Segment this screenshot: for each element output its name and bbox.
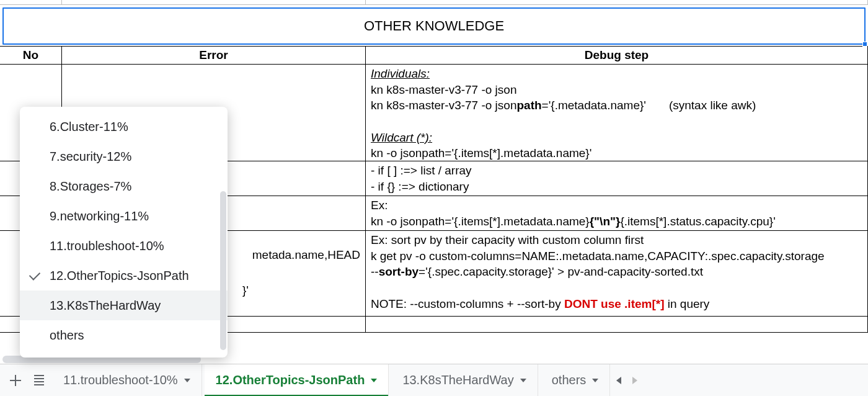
chevron-down-icon bbox=[371, 379, 377, 382]
cell-text: ='{.metadata.name}' bbox=[542, 99, 646, 112]
cell-text: - if {} :=> dictionary bbox=[371, 180, 469, 193]
sheet-tab-bar: 11.troubleshoot-10% 12.OtherTopics-JsonP… bbox=[0, 364, 868, 396]
popup-item[interactable]: 12.OtherTopics-JsonPath bbox=[20, 261, 228, 290]
chevron-down-icon bbox=[520, 379, 526, 382]
cell-text: Wildcart (*): bbox=[371, 131, 432, 144]
tab-scroll-right-icon[interactable] bbox=[632, 377, 637, 384]
sheet-tab[interactable]: others bbox=[541, 364, 611, 397]
cell-text: metada.name,HEAD bbox=[252, 247, 360, 263]
popup-item[interactable]: 6.Cluster-11% bbox=[20, 112, 228, 142]
tab-scroll-left-icon[interactable] bbox=[616, 377, 621, 384]
chevron-down-icon bbox=[592, 379, 598, 382]
cell-text: ='{.spec.capacity.storage}' > pv-and-cap… bbox=[418, 265, 703, 278]
cell-text: }' bbox=[242, 282, 360, 299]
tab-label: 13.K8sTheHardWay bbox=[402, 373, 513, 387]
cell-text: kn k8s-master-v3-77 -o json bbox=[371, 83, 516, 96]
cell-text: -- bbox=[371, 265, 379, 278]
popup-item[interactable]: 8.Storages-7% bbox=[20, 171, 228, 201]
popup-scrollbar[interactable] bbox=[220, 191, 226, 350]
cell-text: k get pv -o custom-columns=NAME:.metadat… bbox=[371, 250, 825, 263]
selected-cell-text: OTHER KNOWLEDGE bbox=[364, 18, 504, 34]
popup-item[interactable]: 7.security-12% bbox=[20, 142, 228, 171]
column-header-row: No Error Debug step bbox=[0, 46, 868, 65]
popup-item[interactable]: 13.K8sTheHardWay bbox=[20, 290, 228, 320]
sheet-tab[interactable]: 11.troubleshoot-10% bbox=[52, 364, 202, 397]
cell-text: path bbox=[516, 99, 541, 112]
add-sheet-button[interactable] bbox=[5, 370, 26, 391]
all-sheets-button[interactable] bbox=[29, 370, 50, 391]
cell-text: kn k8s-master-v3-77 -o json bbox=[371, 99, 516, 112]
cell-text: sort-by bbox=[379, 265, 418, 278]
cell-text: - if [ ] :=> list / array bbox=[371, 164, 472, 177]
tab-label: 11.troubleshoot-10% bbox=[63, 373, 178, 387]
all-sheets-popup: 6.Cluster-11% 7.security-12% 8.Storages-… bbox=[20, 107, 228, 358]
cell-text: in query bbox=[665, 297, 710, 310]
tab-nav-arrows bbox=[613, 377, 637, 384]
sheet-tab-active[interactable]: 12.OtherTopics-JsonPath bbox=[205, 364, 389, 397]
hamburger-icon bbox=[34, 375, 44, 385]
cell-text: kn -o jsonpath='{.items[*].metadata.name… bbox=[371, 215, 776, 228]
row-above-selection bbox=[0, 0, 868, 5]
popup-item[interactable]: 9.networking-11% bbox=[20, 201, 228, 231]
col-error[interactable]: Error bbox=[62, 47, 366, 64]
col-no[interactable]: No bbox=[0, 47, 62, 64]
tab-label: 12.OtherTopics-JsonPath bbox=[216, 373, 365, 387]
cell-text: Ex: bbox=[371, 199, 388, 212]
cell-text: Individuals: bbox=[371, 67, 430, 80]
selection-fill-handle[interactable] bbox=[862, 42, 867, 47]
sheet-tab[interactable]: 13.K8sTheHardWay bbox=[391, 364, 538, 397]
cell-text: (syntax like awk) bbox=[669, 99, 756, 112]
cell-text: Ex: sort pv by their capacity with custo… bbox=[371, 233, 644, 246]
popup-item[interactable]: 11.troubleshoot-10% bbox=[20, 231, 228, 261]
chevron-down-icon bbox=[184, 379, 190, 382]
cell-text: DONT use .item[*] bbox=[564, 297, 665, 310]
popup-item[interactable]: others bbox=[20, 320, 228, 350]
cell-text: kn -o jsonpath='{.items[*].metadata.name… bbox=[371, 146, 591, 160]
selected-merged-cell[interactable]: OTHER KNOWLEDGE bbox=[2, 7, 866, 45]
tab-label: others bbox=[552, 373, 587, 387]
cell-text: NOTE: --custom-columns + --sort-by bbox=[371, 297, 564, 310]
plus-icon bbox=[10, 375, 21, 386]
col-debug-step[interactable]: Debug step bbox=[366, 47, 868, 64]
